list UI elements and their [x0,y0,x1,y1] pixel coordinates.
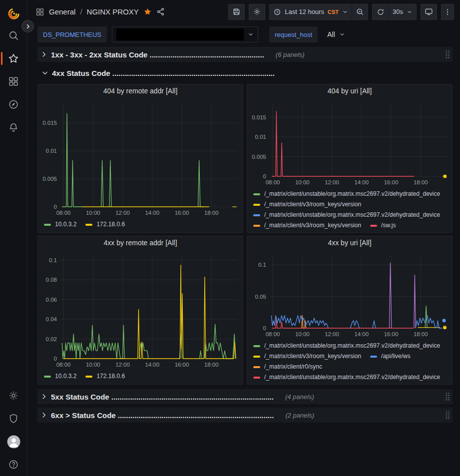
legend-label: 172.18.0.6 [96,372,125,381]
series-line [351,321,360,328]
request-host-value: All [327,30,335,38]
y-axis-label: 0.05 [255,294,266,300]
time-range-picker[interactable]: Last 12 hours CST [270,4,352,19]
legend-label: /_matrix/client/unstable/org.matrix.msc2… [264,373,440,382]
topbar: General / NGINX PROXY Last 12 hours CST [27,0,460,23]
sidebar-expand-button[interactable] [21,20,34,32]
legend-item[interactable]: 10.0.3.2 [44,372,76,381]
chevron-right-icon [25,23,31,29]
x-axis-label: 08:00 [266,331,280,337]
zoom-out-time-button[interactable] [352,4,368,19]
legend-item[interactable]: /sw.js [370,221,396,230]
panel-title[interactable]: 404 by remote addr [All] [38,84,243,97]
y-axis-label: 0.005 [252,154,266,160]
legend-label: /_matrix/client/unstable/org.matrix.msc2… [264,210,440,220]
series-line [101,160,103,207]
row-drag-handle[interactable] [445,50,450,59]
dashboards-grid-icon [8,76,19,87]
x-axis-label: 14:00 [145,210,159,216]
row-header-5xx[interactable]: 5xx Status Code ........................… [37,389,453,404]
panel-4xx-by-uri: 4xx by uri [All] 08:0010:0012:0014:0016:… [247,236,453,385]
legend-item[interactable]: 172.18.0.6 [85,220,125,229]
time-series-chart[interactable]: 08:0010:0012:0014:0016:0018:0000.0050.01… [247,97,452,188]
panel-4xx-by-remote-addr: 4xx by remote addr [All] 08:0010:0012:00… [37,236,243,385]
legend-swatch [253,225,260,227]
legend-item[interactable]: /_matrix/client/unstable/org.matrix.msc2… [253,373,440,382]
sidebar-item-explore[interactable] [0,93,27,116]
row-panel-count: (2 panels) [285,412,314,419]
legend-swatch [44,376,51,378]
series-line [205,324,235,359]
legend-label: /api/live/ws [381,352,411,361]
datasource-variable-label[interactable]: DS_PROMETHEUS [37,26,107,42]
legend-item[interactable]: /api/live/ws [370,352,411,361]
series-line [63,265,236,359]
x-axis-label: 10:00 [295,179,310,185]
breadcrumb-title[interactable]: NGINX PROXY [87,7,139,16]
sidebar [0,0,27,476]
dashboard-settings-button[interactable] [249,4,265,20]
compass-icon [8,99,19,110]
legend-swatch [370,225,377,227]
legend-item[interactable]: /_matrix/client/unstable/org.matrix.msc2… [253,341,440,351]
legend-label: /_matrix/client/unstable/org.matrix.msc2… [264,189,440,199]
sidebar-item-dashboards[interactable] [0,70,27,93]
x-axis-label: 18:00 [204,362,219,368]
series-line [272,111,414,176]
apps-icon[interactable] [35,7,44,16]
sidebar-item-profile[interactable] [0,430,27,453]
row-header-6xx[interactable]: 6xx > Status Code ......................… [37,408,453,423]
panel-legend: 10.0.3.2172.18.0.6 [38,219,243,232]
sidebar-item-configuration[interactable] [0,384,27,407]
favorite-star-icon[interactable] [143,7,152,16]
sidebar-item-alerting[interactable] [0,116,27,139]
legend-swatch [253,193,260,195]
datasource-variable-select[interactable] [112,26,258,42]
series-line [62,325,125,359]
legend-item[interactable]: /_matrix/client/r0/sync [253,362,322,372]
bell-icon [8,122,19,133]
legend-item[interactable]: /_matrix/client/unstable/org.matrix.msc2… [253,210,440,220]
time-series-chart[interactable]: 08:0010:0012:0014:0016:0018:0000.0050.01… [38,97,243,219]
sidebar-item-help[interactable] [0,453,27,476]
grafana-logo[interactable] [0,3,27,24]
row-drag-handle[interactable] [445,392,450,401]
x-axis-label: 12:00 [325,179,339,185]
legend-item[interactable]: /_matrix/client/v3/room_keys/version [253,221,361,230]
series-line [198,160,203,207]
legend-swatch [85,376,92,378]
request-host-variable-label[interactable]: request_host [269,26,318,42]
request-host-variable-select[interactable]: All [323,26,350,42]
sidebar-item-server-admin[interactable] [0,407,27,430]
series-line [139,343,148,359]
legend-label: /_matrix/client/unstable/org.matrix.msc2… [264,341,440,351]
legend-item[interactable]: 10.0.3.2 [44,220,76,229]
series-line [373,321,376,328]
legend-item[interactable]: 172.18.0.6 [85,372,125,381]
panel-title[interactable]: 4xx by remote addr [All] [38,236,243,249]
panel-title[interactable]: 404 by uri [All] [247,84,452,97]
time-series-chart[interactable]: 08:0010:0012:0014:0016:0018:0000.050.1 [247,249,452,340]
grafana-logo-icon [7,7,20,20]
row-header-1xx-3xx-2xx[interactable]: 1xx - 3xx - 2xx Status Code ............… [37,47,453,62]
breadcrumb-section[interactable]: General [49,7,75,16]
cycle-view-mode-button[interactable] [421,4,437,20]
refresh-button[interactable] [373,4,389,19]
breadcrumb: General / NGINX PROXY [35,7,224,16]
legend-item[interactable]: /_matrix/client/unstable/org.matrix.msc2… [253,189,440,199]
panel-title[interactable]: 4xx by uri [All] [247,236,452,249]
row-drag-handle[interactable] [445,411,450,420]
row-header-4xx[interactable]: 4xx Status Code ........................… [37,66,453,80]
legend-label: /_matrix/client/v3/room_keys/version [264,200,361,209]
y-axis-label: 0 [54,356,57,362]
legend-item[interactable]: /_matrix/client/v3/room_keys/version [253,200,361,209]
legend-item[interactable]: /_matrix/client/v3/room_keys/version [253,352,361,361]
refresh-interval-picker[interactable]: 30s [389,4,416,19]
more-options-button[interactable] [441,4,454,20]
legend-swatch [253,345,260,347]
save-dashboard-button[interactable] [228,4,245,20]
sidebar-item-starred[interactable] [0,47,27,70]
x-axis-label: 16:00 [384,179,399,185]
time-series-chart[interactable]: 08:0010:0012:0014:0016:0018:0000.020.040… [38,249,243,371]
share-icon[interactable] [156,7,165,16]
